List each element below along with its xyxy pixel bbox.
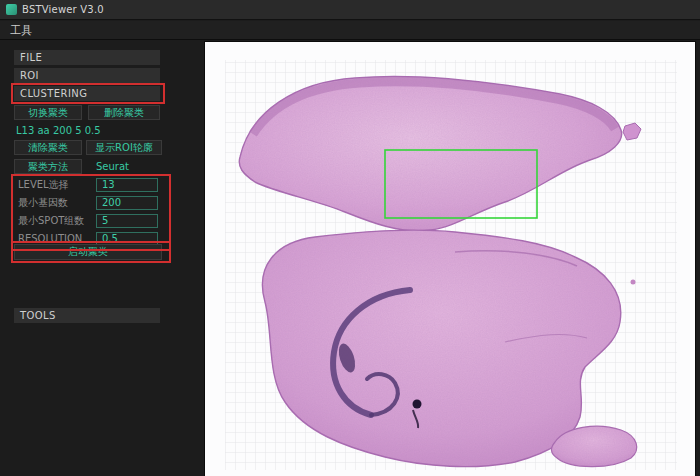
min-genes-input[interactable]: 200 bbox=[96, 196, 158, 210]
app-window: BSTViewer V3.0 工具 FILE ROI CLUSTERING 切换… bbox=[0, 0, 700, 476]
section-roi[interactable]: ROI bbox=[14, 68, 160, 83]
menu-bar: 工具 bbox=[0, 21, 700, 40]
section-clustering[interactable]: CLUSTERING bbox=[14, 86, 160, 101]
section-file[interactable]: FILE bbox=[14, 50, 160, 65]
slide-viewer-canvas[interactable] bbox=[205, 42, 695, 476]
start-cluster-button[interactable]: 启动聚类 bbox=[14, 244, 162, 260]
delete-cluster-button[interactable]: 删除聚类 bbox=[88, 105, 160, 120]
title-bar: BSTViewer V3.0 bbox=[0, 0, 700, 20]
show-roi-outline-button[interactable]: 显示ROI轮廓 bbox=[86, 140, 162, 155]
min-spot-label: 最小SPOT组数 bbox=[18, 213, 84, 228]
app-logo-icon bbox=[6, 4, 17, 15]
min-genes-label: 最小基因数 bbox=[18, 195, 68, 210]
menu-tools[interactable]: 工具 bbox=[0, 21, 42, 39]
clear-cluster-button[interactable]: 清除聚类 bbox=[14, 140, 82, 155]
level-select-label: LEVEL选择 bbox=[18, 177, 69, 192]
params-summary: L13 aa 200 5 0.5 bbox=[16, 125, 101, 136]
tissue-slide-image bbox=[205, 42, 695, 476]
sidebar: FILE ROI CLUSTERING 切换聚类 删除聚类 L13 aa 200… bbox=[0, 40, 203, 476]
level-select-input[interactable]: 13 bbox=[96, 178, 158, 192]
cluster-method-value: Seurat bbox=[96, 161, 129, 172]
window-title: BSTViewer V3.0 bbox=[22, 4, 104, 15]
tissue-dark-spot bbox=[413, 400, 422, 409]
cluster-method-button[interactable]: 聚类方法 bbox=[14, 159, 82, 174]
min-spot-input[interactable]: 5 bbox=[96, 214, 158, 228]
section-tools[interactable]: TOOLS bbox=[14, 308, 160, 323]
switch-cluster-button[interactable]: 切换聚类 bbox=[14, 105, 82, 120]
